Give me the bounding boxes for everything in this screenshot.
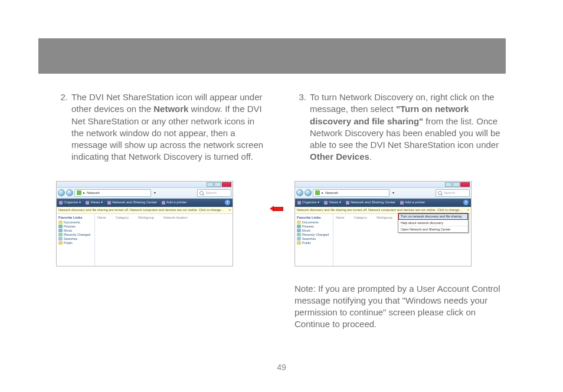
- col-network-location[interactable]: Network location: [163, 216, 188, 219]
- network-icon: [77, 190, 81, 195]
- info-bar-close[interactable]: ×: [229, 208, 231, 212]
- col-category[interactable]: Category: [116, 216, 129, 219]
- step-3-bold2: Other Devices: [310, 151, 369, 162]
- close-button[interactable]: [222, 182, 231, 187]
- window-titlebar: [295, 182, 471, 188]
- breadcrumb-text: Network: [87, 191, 100, 195]
- nav-bar: ▸ Network ▾ Search: [295, 188, 471, 199]
- toolbar-views[interactable]: Views ▾: [86, 200, 103, 205]
- step-2-number: 2.: [56, 91, 68, 163]
- sidebar-item-recently-changed[interactable]: Recently Changed: [297, 233, 331, 236]
- window-controls: [207, 182, 231, 187]
- info-bar[interactable]: Network discovery and file sharing are t…: [57, 207, 233, 214]
- toolbar: Organize ▾ Views ▾ Network and Sharing C…: [295, 199, 471, 207]
- toolbar-views[interactable]: Views ▾: [324, 200, 341, 205]
- note-text: Note: If you are prompted by a User Acco…: [294, 283, 505, 331]
- window-titlebar: [57, 182, 233, 188]
- forward-button[interactable]: [305, 189, 312, 196]
- main-pane: Name Category Workgroup Network location: [95, 214, 233, 266]
- sidebar-item-searches[interactable]: Searches: [297, 237, 331, 241]
- right-column: 3. To turn Network Discovery on, right c…: [294, 91, 505, 331]
- col-name[interactable]: Name: [336, 216, 345, 219]
- help-icon[interactable]: ?: [463, 200, 469, 205]
- maximize-button[interactable]: [453, 182, 460, 187]
- window-controls: [445, 182, 470, 187]
- sidebar-item-pictures[interactable]: Pictures: [297, 225, 331, 228]
- toolbar-sharing-center[interactable]: Network and Sharing Center: [346, 200, 395, 205]
- step-3: 3. To turn Network Discovery on, right c…: [294, 91, 505, 163]
- breadcrumb[interactable]: ▸ Network: [313, 189, 389, 197]
- sidebar-item-music[interactable]: Music: [58, 229, 93, 232]
- maximize-button[interactable]: [214, 182, 221, 187]
- nav-bar: ▸ Network ▾ Search: [57, 188, 233, 199]
- breadcrumb[interactable]: ▸ Network: [74, 189, 151, 197]
- col-name[interactable]: Name: [97, 216, 106, 219]
- back-button[interactable]: [58, 189, 65, 196]
- figure-2-screenshot: ▸ Network ▾ Search Organize ▾ Views ▾ Ne…: [56, 181, 233, 266]
- context-menu-item-turn-on[interactable]: Turn on network discovery and file shari…: [398, 213, 468, 220]
- sidebar: Favorite Links Documents Pictures Music …: [57, 214, 95, 266]
- step-2-bold1: Network: [153, 104, 188, 114]
- sidebar-item-public[interactable]: Public: [297, 241, 331, 245]
- col-workgroup[interactable]: Workgroup: [377, 216, 392, 219]
- search-input[interactable]: Search: [197, 189, 231, 197]
- toolbar-add-printer[interactable]: Add a printer: [162, 200, 186, 205]
- column-headers: Name Category Workgroup Network location: [97, 216, 230, 219]
- sidebar-item-searches[interactable]: Searches: [58, 237, 93, 241]
- close-button[interactable]: [460, 182, 470, 187]
- search-placeholder: Search: [205, 191, 217, 195]
- toolbar-sharing-center[interactable]: Network and Sharing Center: [107, 200, 157, 205]
- header-bar: [38, 38, 506, 74]
- sidebar-title: Favorite Links: [297, 216, 331, 220]
- sidebar-item-music[interactable]: Music: [297, 229, 331, 232]
- forward-button[interactable]: [66, 189, 73, 196]
- step-2-text: The DVI Net ShareStation icon will appea…: [71, 91, 266, 163]
- info-bar-text: Network discovery and file sharing are t…: [58, 208, 224, 212]
- back-button[interactable]: [296, 189, 303, 196]
- sidebar-title: Favorite Links: [58, 216, 93, 220]
- info-bar-close[interactable]: ×: [467, 208, 469, 212]
- context-menu-item-help[interactable]: Help about network discovery: [398, 220, 468, 226]
- toolbar: Organize ▾ Views ▾ Network and Sharing C…: [57, 199, 233, 207]
- info-bar-text: Network discovery and file sharing are t…: [297, 208, 463, 212]
- search-icon: [438, 191, 442, 195]
- step-3-number: 3.: [294, 91, 306, 163]
- figure-2-wrap: ▸ Network ▾ Search Organize ▾ Views ▾ Ne…: [56, 181, 266, 266]
- step-3-text: To turn Network Discovery on, right clic…: [310, 91, 505, 163]
- explorer-body: Favorite Links Documents Pictures Music …: [57, 214, 233, 266]
- sidebar-item-pictures[interactable]: Pictures: [58, 225, 93, 228]
- figure-3-wrap: ▸ Network ▾ Search Organize ▾ Views ▾ Ne…: [294, 181, 505, 266]
- toolbar-add-printer[interactable]: Add a printer: [400, 200, 425, 205]
- left-column: 2. The DVI Net ShareStation icon will ap…: [56, 91, 266, 331]
- minimize-button[interactable]: [445, 182, 452, 187]
- search-placeholder: Search: [444, 191, 455, 195]
- sidebar-item-documents[interactable]: Documents: [58, 220, 93, 224]
- sidebar-item-documents[interactable]: Documents: [297, 220, 331, 224]
- toolbar-organize[interactable]: Organize ▾: [297, 200, 319, 205]
- breadcrumb-text: Network: [325, 191, 338, 195]
- step-3-part3: .: [369, 151, 372, 162]
- toolbar-organize[interactable]: Organize ▾: [59, 200, 81, 205]
- context-menu: Turn on network discovery and file shari…: [398, 213, 469, 233]
- content-area: 2. The DVI Net ShareStation icon will ap…: [56, 91, 505, 331]
- sidebar-item-recently-changed[interactable]: Recently Changed: [58, 233, 93, 236]
- network-icon: [315, 190, 320, 195]
- minimize-button[interactable]: [207, 182, 214, 187]
- figure-3-screenshot: ▸ Network ▾ Search Organize ▾ Views ▾ Ne…: [294, 181, 472, 266]
- col-category[interactable]: Category: [354, 216, 367, 219]
- step-2: 2. The DVI Net ShareStation icon will ap…: [56, 91, 266, 163]
- search-icon: [199, 191, 204, 195]
- context-menu-item-open-center[interactable]: Open Network and Sharing Center: [398, 226, 468, 232]
- search-input[interactable]: Search: [436, 189, 470, 197]
- callout-arrow: [270, 206, 283, 212]
- sidebar-item-public[interactable]: Public: [58, 241, 93, 245]
- col-workgroup[interactable]: Workgroup: [138, 216, 154, 219]
- help-icon[interactable]: ?: [225, 200, 230, 205]
- page-number: 49: [0, 363, 563, 372]
- sidebar: Favorite Links Documents Pictures Music …: [295, 214, 333, 266]
